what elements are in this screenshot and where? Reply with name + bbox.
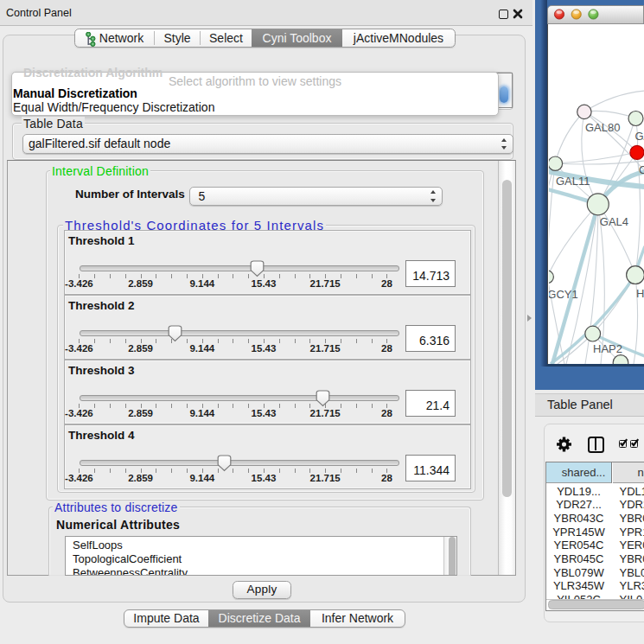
svg-text:GA: GA — [635, 130, 644, 143]
svg-text:HAP2: HAP2 — [593, 341, 622, 354]
svg-text:GAL4: GAL4 — [600, 214, 628, 227]
svg-text:GCY1: GCY1 — [549, 287, 578, 300]
svg-text:GAL80: GAL80 — [585, 121, 620, 134]
svg-text:GAL11: GAL11 — [556, 174, 590, 187]
svg-text:HI: HI — [636, 286, 644, 299]
svg-text:C: C — [639, 163, 644, 175]
